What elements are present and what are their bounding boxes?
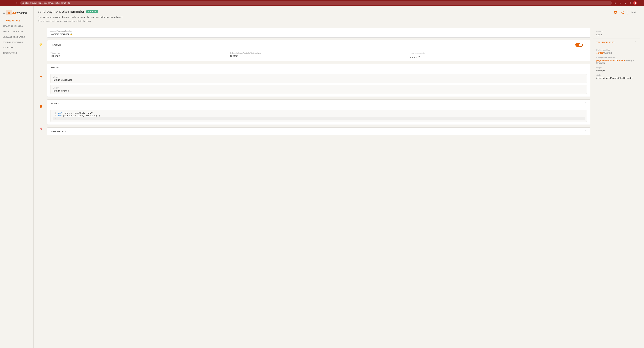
code-content-2: def plusWeek = today.plusDays(7) <box>58 114 584 117</box>
find-invoice-chevron: ⌃ <box>585 130 587 133</box>
page-title-section: send payment plan reminder POPULAR For i… <box>38 9 123 22</box>
sidebar-item-label: PDF REPORTS <box>3 47 17 49</box>
script-section: SCRIPT ⌃ 1 def today = LocalDate.now() 2… <box>47 99 590 125</box>
trigger-type-value: Schedule <box>50 55 228 57</box>
sidebar-item-export-templates[interactable]: EXPORT TEMPLATES <box>0 29 34 34</box>
trigger-toggle[interactable] <box>575 43 583 47</box>
hamburger-button[interactable]: ☰ <box>3 11 5 14</box>
trigger-section: TRIGGER ⌃ Trigger type Schedule <box>47 40 590 61</box>
line-num-1: 1 <box>53 112 56 114</box>
script-section-title: SCRIPT <box>50 102 59 105</box>
star-btn[interactable]: ★ <box>623 1 627 5</box>
built-in-vars-group: Built in variables context(Context) <box>596 49 636 54</box>
page-description: Send an email reminder with payment due … <box>38 20 123 22</box>
config-vars-label: Configuration variables <box>596 56 636 58</box>
reload-button[interactable]: ↻ <box>14 1 19 5</box>
output-group: Output no output <box>596 66 636 72</box>
cron-info-icon[interactable]: ⓘ <box>422 52 424 54</box>
save-button[interactable]: SAVE <box>627 10 640 15</box>
downloads-btn[interactable]: ⇓ <box>613 1 617 5</box>
url-text: sttrinians.cloud.oncourse.cc/automation/… <box>25 2 70 4</box>
find-invoice-header[interactable]: FIND INVOICE ⌃ <box>47 128 590 135</box>
cron-value: 0 2 3 ? * * <box>410 55 587 58</box>
trigger-section-header[interactable]: TRIGGER ⌃ <box>47 40 590 49</box>
context-name: context <box>596 52 604 54</box>
forward-button[interactable]: → <box>8 1 13 5</box>
library-value-2: java.time.Period <box>53 89 584 92</box>
sidebar-item-import-templates[interactable]: IMPORT TEMPLATES <box>0 23 34 29</box>
sidebar-item-label: INTEGRATIONS <box>3 52 18 54</box>
tech-info-header[interactable]: TECHNICAL INFO ⌃ <box>593 39 640 46</box>
lock-icon <box>22 2 24 4</box>
settings-button[interactable] <box>612 9 618 15</box>
schedule-type-group: Schedule type (Australia/Sydney time) Cu… <box>230 52 407 58</box>
code-file-icon <box>39 105 43 108</box>
library-field-2: Library java.time.Period <box>50 85 587 94</box>
context-type: (Context) <box>604 52 612 54</box>
browser-actions: ⇓ ☆ ★ ⚙ N ⋮ <box>613 1 642 5</box>
trigger-section-actions: ⌃ <box>575 43 587 47</box>
logo-wrapper: ish'onCourse <box>6 10 27 15</box>
extensions-btn[interactable]: ⚙ <box>628 1 632 5</box>
code-line-2: 2 def plusWeek = today.plusDays(7) <box>53 114 584 117</box>
more-btn[interactable]: ⋮ <box>638 1 642 5</box>
config-var-name: paymentReminderTemplate <box>596 59 625 62</box>
sidebar-item-label: EXPORT TEMPLATES <box>3 30 23 32</box>
trigger-type-label: Trigger type <box>50 52 228 54</box>
section-icons: ⚡ ⬆ ❓ <box>38 28 44 345</box>
import-chevron: ⌃ <box>585 66 587 69</box>
config-vars-group: Configuration variables paymentReminderT… <box>596 56 636 64</box>
find-icon: ❓ <box>38 126 44 132</box>
built-in-vars-value: context(Context) <box>596 52 636 54</box>
sidebar-item-pdf-reports[interactable]: PDF REPORTS <box>0 45 34 50</box>
template-field: paymentReminderTemplate Payment reminder… <box>47 28 590 37</box>
sidebar-item-automations[interactable]: → AUTOMATIONS <box>0 18 34 23</box>
import-section-header[interactable]: IMPORT ⌃ <box>47 64 590 71</box>
script-section-header[interactable]: SCRIPT ⌃ <box>47 100 590 107</box>
url-bar[interactable]: sttrinians.cloud.oncourse.cc/automation/… <box>20 1 612 5</box>
back-button[interactable]: ← <box>2 1 7 5</box>
cron-label: Cron Schedule ⓘ <box>410 52 587 55</box>
code-value: ish.script.sendPaymentPlanReminder <box>596 77 636 79</box>
trigger-fields: Trigger type Schedule Schedule type (Aus… <box>50 52 587 58</box>
popular-badge: POPULAR <box>86 10 98 13</box>
config-var-value: paymentReminderTemplate(Message template… <box>596 59 636 64</box>
content-scroll: ⚡ ⬆ ❓ paymentReminderTemplate Payment re… <box>34 25 644 348</box>
script-editor[interactable]: 1 def today = LocalDate.now() 2 def plus… <box>50 110 587 122</box>
sidebar-item-pdf-backgrounds[interactable]: PDF BACKGROUNDS <box>0 39 34 45</box>
sidebar-item-label: IMPORT TEMPLATES <box>3 25 23 27</box>
browser-chrome: ← → ↻ sttrinians.cloud.oncourse.cc/autom… <box>0 0 644 6</box>
app-wrapper: ☰ ish'onCourse → AUTOMATIONS IMPORT TEMP… <box>0 6 644 348</box>
find-invoice-title: FIND INVOICE <box>50 130 66 133</box>
library-label-2: Library <box>53 87 584 89</box>
trigger-icon: ⚡ <box>38 41 44 47</box>
import-icon: ⬆ <box>38 74 44 80</box>
right-panel: Last run Never TECHNICAL INFO ⌃ Built in… <box>593 28 640 345</box>
code-content-3: ▏ <box>58 117 584 120</box>
find-invoice-section: FIND INVOICE ⌃ <box>47 127 590 135</box>
library-fields: Library java.time.LocalDate Library java… <box>50 74 587 94</box>
built-in-vars-label: Built in variables <box>596 49 636 51</box>
sidebar-item-integrations[interactable]: INTEGRATIONS <box>0 50 34 56</box>
bookmark-btn[interactable]: ☆ <box>618 1 622 5</box>
output-value: no output <box>596 69 636 72</box>
script-icon <box>38 104 44 110</box>
profile-btn[interactable]: N <box>633 1 637 5</box>
tech-info-body: Built in variables context(Context) Conf… <box>593 46 640 82</box>
page-title-row: send payment plan reminder POPULAR <box>38 9 123 14</box>
main-content: send payment plan reminder POPULAR For i… <box>34 6 644 348</box>
sidebar-item-message-templates[interactable]: MESSAGE TEMPLATES <box>0 34 34 39</box>
library-value-1: java.time.LocalDate <box>53 79 584 81</box>
sidebar: ☰ ish'onCourse → AUTOMATIONS IMPORT TEMP… <box>0 6 34 348</box>
page-title: send payment plan reminder <box>38 9 84 14</box>
code-content-1: def today = LocalDate.now() <box>58 112 584 114</box>
trigger-type-group: Trigger type Schedule <box>50 52 228 58</box>
schedule-type-value: Custom <box>230 55 407 57</box>
last-run-label: Last run <box>596 30 636 32</box>
last-run-section: Last run Never <box>593 28 640 39</box>
code-line-1: 1 def today = LocalDate.now() <box>53 112 584 114</box>
header-actions: SAVE <box>612 9 640 15</box>
help-button[interactable] <box>620 9 626 15</box>
output-label: Output <box>596 66 636 68</box>
script-section-body: 1 def today = LocalDate.now() 2 def plus… <box>47 107 590 125</box>
